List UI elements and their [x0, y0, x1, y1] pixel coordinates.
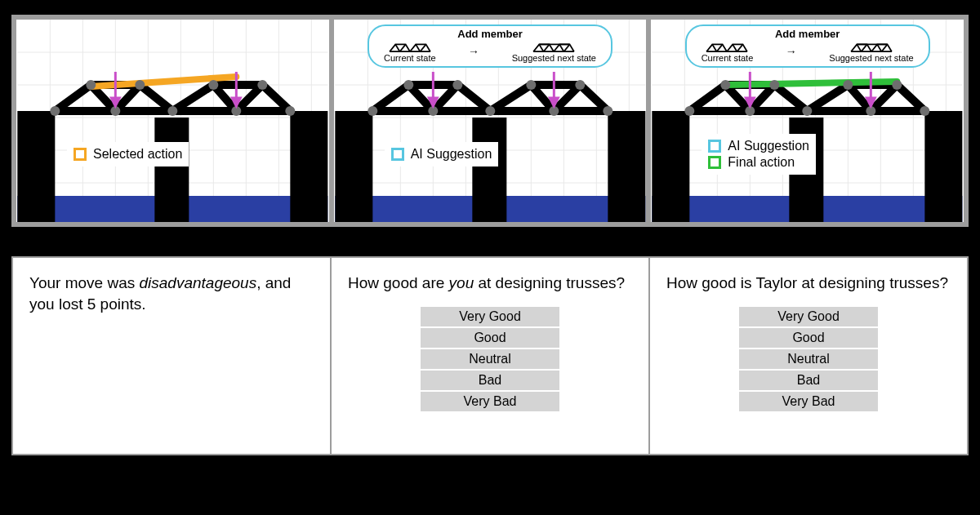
legend-1: Selected action	[67, 142, 189, 166]
svg-line-88	[420, 44, 425, 51]
svg-line-146	[881, 44, 887, 51]
rating-option[interactable]: Bad	[421, 371, 559, 390]
legend-label: AI Suggestion	[411, 147, 492, 162]
svg-line-141	[737, 44, 743, 51]
svg-point-37	[257, 80, 267, 90]
rating-option[interactable]: Neutral	[421, 349, 559, 369]
prompt-pre: How good are	[348, 274, 449, 291]
svg-point-73	[485, 106, 495, 116]
svg-point-79	[575, 80, 585, 90]
svg-line-91	[544, 44, 550, 51]
svg-rect-59	[608, 111, 645, 222]
panel-ai-suggestion: Add member Current state	[334, 20, 647, 222]
arrow-right-icon: →	[468, 46, 479, 57]
svg-line-138	[713, 44, 717, 51]
svg-point-130	[770, 80, 780, 90]
svg-line-92	[559, 44, 564, 51]
rating-option[interactable]: Bad	[739, 371, 878, 390]
legend-item: AI Suggestion	[391, 147, 492, 162]
feedback-pre: Your move was	[29, 274, 139, 291]
svg-point-132	[893, 80, 902, 90]
svg-line-90	[540, 44, 544, 51]
svg-line-140	[733, 44, 737, 51]
feedback-emph: disadvantageous	[139, 274, 256, 291]
mini-truss-suggested-icon	[530, 40, 577, 53]
svg-point-78	[526, 80, 536, 90]
legend-swatch-icon	[708, 140, 721, 153]
bottom-row: Your move was disadvantageous, and you l…	[11, 256, 969, 455]
svg-rect-112	[925, 111, 963, 222]
rating-option[interactable]: Very Good	[739, 307, 878, 326]
other-rating-panel: How good is Taylor at designing trusses?…	[650, 258, 967, 454]
panel-final-action: Add member Current state	[651, 20, 964, 222]
suggested-state-label: Suggested next state	[829, 53, 913, 63]
mini-truss-current-icon	[703, 40, 751, 53]
rating-option[interactable]: Very Bad	[421, 392, 559, 411]
svg-point-33	[285, 106, 295, 116]
bubble-title: Add member	[702, 28, 914, 40]
svg-rect-17	[290, 111, 327, 222]
svg-line-145	[877, 44, 881, 51]
mini-truss-suggested-icon	[848, 40, 895, 53]
legend-item: Final action	[708, 155, 809, 170]
svg-point-126	[803, 106, 813, 116]
svg-line-87	[416, 44, 420, 51]
svg-point-76	[403, 80, 413, 90]
rating-option[interactable]: Good	[421, 328, 559, 348]
panel-selected-action: Selected action	[16, 20, 329, 222]
legend-label: AI Suggestion	[728, 139, 809, 153]
suggested-state-label: Suggested next state	[512, 53, 596, 63]
legend-2: AI Suggestion	[385, 142, 499, 166]
svg-point-71	[368, 106, 377, 116]
current-state-label: Current state	[384, 53, 436, 63]
rating-option[interactable]: Neutral	[739, 349, 878, 369]
bubble-title: Add member	[384, 28, 596, 40]
svg-point-77	[452, 80, 462, 90]
top-row: Selected action	[11, 15, 969, 227]
legend-label: Selected action	[93, 147, 182, 162]
svg-point-34	[86, 80, 96, 90]
legend-swatch-icon	[74, 148, 87, 161]
legend-item: AI Suggestion	[708, 139, 809, 153]
svg-line-143	[857, 44, 861, 51]
legend-3: AI Suggestion Final action	[702, 134, 816, 175]
feedback-panel: Your move was disadvantageous, and you l…	[13, 258, 330, 454]
prompt-post: at designing trusses?	[474, 274, 625, 291]
legend-item: Selected action	[74, 147, 182, 162]
svg-line-144	[862, 44, 867, 51]
svg-rect-15	[17, 111, 55, 222]
self-rating-prompt: How good are you at designing trusses?	[348, 273, 632, 294]
current-state-label: Current state	[702, 53, 754, 63]
svg-rect-16	[154, 118, 189, 222]
legend-label: Final action	[728, 155, 795, 170]
svg-rect-57	[335, 111, 372, 222]
self-rating-panel: How good are you at designing trusses? V…	[332, 258, 648, 454]
mini-truss-current-icon	[386, 40, 434, 53]
other-rating-options: Very Good Good Neutral Bad Very Bad	[666, 307, 951, 411]
svg-point-124	[685, 106, 695, 116]
legend-swatch-icon	[391, 148, 404, 161]
svg-point-35	[135, 80, 145, 90]
prompt-emph: you	[449, 274, 474, 291]
truss-scene-1	[16, 20, 329, 222]
svg-line-93	[564, 44, 570, 51]
svg-point-36	[208, 80, 218, 90]
arrow-right-icon: →	[786, 46, 797, 57]
svg-point-129	[721, 80, 731, 90]
figure-stage: Selected action	[0, 0, 980, 515]
svg-point-29	[50, 106, 60, 116]
rating-option[interactable]: Very Good	[421, 307, 559, 326]
svg-rect-110	[653, 111, 690, 222]
svg-point-131	[844, 80, 853, 90]
ai-suggestion-bubble: Add member Current state	[685, 24, 930, 68]
svg-point-31	[167, 106, 177, 116]
feedback-message: Your move was disadvantageous, and you l…	[29, 273, 314, 314]
svg-point-128	[920, 106, 930, 116]
self-rating-options: Very Good Good Neutral Bad Very Bad	[348, 307, 632, 411]
rating-option[interactable]: Good	[739, 328, 878, 348]
rating-option[interactable]: Very Bad	[739, 392, 878, 411]
svg-line-86	[399, 44, 405, 51]
svg-line-85	[395, 44, 399, 51]
ai-suggestion-bubble: Add member Current state	[368, 24, 612, 68]
other-rating-prompt: How good is Taylor at designing trusses?	[666, 273, 951, 294]
